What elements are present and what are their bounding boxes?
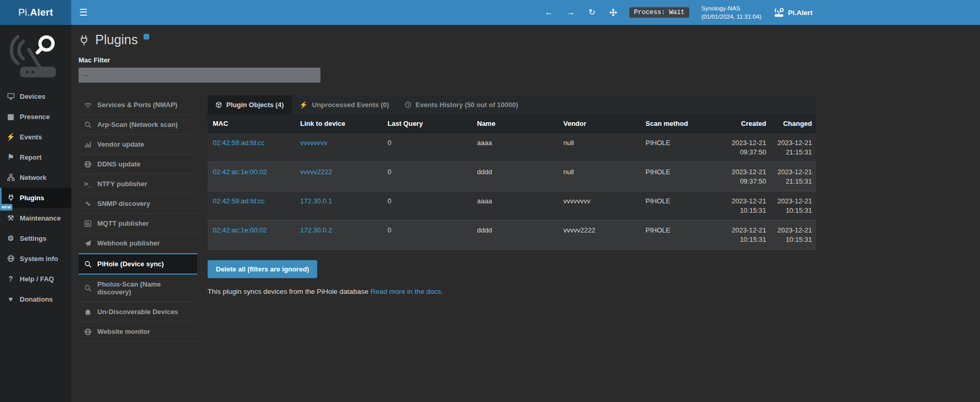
sidebar-item-help-faq[interactable]: ?Help / FAQ bbox=[0, 269, 71, 289]
mac-link[interactable]: 02:42:59:ad:fd:cc bbox=[213, 139, 265, 147]
sidebar-item-report[interactable]: ⚑Report bbox=[0, 147, 71, 167]
title-help-badge[interactable] bbox=[144, 34, 149, 40]
sidebar-item-label: System info bbox=[20, 255, 58, 263]
plugin-nav-label: MQTT publisher bbox=[97, 219, 149, 227]
move-button[interactable] bbox=[609, 8, 617, 17]
tab-label: Plugin Objects (4) bbox=[226, 101, 284, 109]
device-link[interactable]: vvvvv2222 bbox=[300, 168, 332, 176]
device-link[interactable]: 172.30.0.1 bbox=[300, 197, 332, 205]
globe-icon bbox=[84, 328, 92, 335]
question-icon: ? bbox=[6, 275, 15, 282]
sidebar-item-label: Events bbox=[20, 133, 42, 141]
plugin-nav-item-snmp-discovery[interactable]: ∿SNMP discovery bbox=[79, 194, 197, 214]
sidebar-item-label: Devices bbox=[20, 93, 45, 100]
plugin-nav-label: Services & Ports (NMAP) bbox=[97, 101, 177, 109]
tools-icon: ⚒ bbox=[6, 214, 15, 222]
plugin-note: This plugin syncs devices from the PiHol… bbox=[208, 288, 816, 295]
plugin-nav-item-ntfy-publisher[interactable]: >_NTFY publisher bbox=[79, 174, 197, 194]
sidebar-item-devices[interactable]: Devices bbox=[0, 86, 71, 107]
new-badge: NEW bbox=[0, 204, 12, 211]
cell-mac: 02:42:59:ad:fd:cc bbox=[208, 133, 295, 162]
magnifier-icon bbox=[84, 121, 92, 128]
plugin-nav-item-pholus-scan-name-discovery[interactable]: Pholus-Scan (Name discovery) bbox=[79, 275, 197, 302]
sidebar-menu: Devices▦Presence⚡Events⚑ReportNetworkPlu… bbox=[0, 86, 71, 309]
tab-label: Unprocessed Events (0) bbox=[312, 101, 389, 109]
sidebar: Devices▦Presence⚡Events⚑ReportNetworkPlu… bbox=[0, 25, 71, 402]
plugin-objects-table-body: 02:42:59:ad:fd:ccvvvvvvvv0aaaanullPIHOLE… bbox=[208, 133, 816, 250]
column-header-scan-method: Scan method bbox=[640, 114, 723, 133]
refresh-button[interactable]: ↻ bbox=[588, 8, 595, 17]
cell-name: aaaa bbox=[472, 191, 558, 221]
table-row: 02:42:ac:1e:00:02vvvvv22220ddddnullPIHOL… bbox=[208, 162, 816, 191]
table-row: 02:42:59:ad:fd:cc172.30.0.10aaaavvvvvvvv… bbox=[208, 191, 816, 221]
delete-all-button[interactable]: Delete all (filters are ignored) bbox=[208, 260, 317, 278]
sidebar-item-label: Donations bbox=[20, 295, 53, 303]
mac-link[interactable]: 02:42:ac:1e:00:02 bbox=[213, 168, 267, 176]
tab-unprocessed-events-0[interactable]: ⚡Unprocessed Events (0) bbox=[292, 95, 397, 114]
plug-icon bbox=[79, 35, 89, 46]
sidebar-item-presence[interactable]: ▦Presence bbox=[0, 107, 71, 127]
mac-filter-input[interactable] bbox=[79, 68, 320, 83]
paper-plane-icon bbox=[84, 240, 92, 247]
table-row: 02:42:59:ad:fd:ccvvvvvvvv0aaaanullPIHOLE… bbox=[208, 133, 816, 162]
sidebar-item-settings[interactable]: ⚙Settings bbox=[0, 228, 71, 249]
arrow-right-icon: → bbox=[566, 8, 575, 17]
brand-label: Pi.Alert bbox=[788, 9, 813, 17]
docs-link[interactable]: Read more in the docs. bbox=[370, 288, 443, 295]
cell-vendor: vvvvv2222 bbox=[558, 221, 640, 250]
forward-button[interactable]: → bbox=[566, 8, 575, 17]
plugin-nav-item-un-discoverable-devices[interactable]: Un-Discoverable Devices bbox=[79, 302, 197, 322]
plugin-nav-item-services-ports-nmap[interactable]: Services & Ports (NMAP) bbox=[79, 95, 197, 115]
cube-icon bbox=[215, 101, 222, 108]
cell-scan-method: PIHOLE bbox=[640, 191, 723, 221]
logo-text-light: Pi. bbox=[18, 7, 30, 18]
chart-bars-icon bbox=[84, 141, 92, 148]
plugin-nav-item-ddns-update[interactable]: DDNS update bbox=[79, 154, 197, 174]
column-header-created: Created bbox=[723, 114, 770, 133]
plugin-nav-label: Un-Discoverable Devices bbox=[97, 308, 178, 316]
globe-icon bbox=[84, 161, 92, 168]
host-info: Synology-NAS (01/01/2024, 11:31:04) bbox=[701, 4, 762, 21]
plugin-nav-item-arp-scan-network-scan[interactable]: Arp-Scan (Network scan) bbox=[79, 115, 197, 135]
sidebar-item-label: Plugins bbox=[20, 194, 44, 202]
plugin-nav-label: Vendor update bbox=[97, 140, 144, 148]
mac-link[interactable]: 02:42:59:ad:fd:cc bbox=[213, 197, 265, 205]
sidebar-item-label: Network bbox=[20, 174, 46, 181]
sidebar-item-label: Maintenance bbox=[20, 214, 61, 222]
sidebar-item-donations[interactable]: ♥Donations bbox=[0, 289, 71, 309]
cell-created: 2023-12-21 10:15:31 bbox=[723, 191, 770, 221]
plugin-nav-item-website-monitor[interactable]: Website monitor bbox=[79, 322, 197, 342]
plug-icon bbox=[6, 194, 15, 201]
device-link[interactable]: vvvvvvvv bbox=[300, 139, 327, 147]
plugin-nav-item-pihole-device-sync[interactable]: PiHole (Device sync) bbox=[79, 253, 197, 275]
bolt-icon: ⚡ bbox=[6, 133, 15, 140]
process-status-badge: Process: Wait bbox=[629, 7, 690, 18]
move-icon bbox=[609, 8, 617, 17]
plugin-nav-label: Arp-Scan (Network scan) bbox=[97, 121, 178, 128]
back-button[interactable]: ← bbox=[545, 8, 553, 17]
app-logo[interactable]: Pi.Alert bbox=[0, 0, 71, 25]
wave-icon: ∿ bbox=[84, 200, 92, 207]
cell-mac: 02:42:59:ad:fd:cc bbox=[208, 191, 295, 221]
cell-last-query: 0 bbox=[382, 162, 472, 191]
device-link[interactable]: 172.30.0.2 bbox=[300, 226, 332, 234]
plugin-nav-item-webhook-publisher[interactable]: Webhook publisher bbox=[79, 234, 197, 253]
heart-icon: ♥ bbox=[6, 295, 15, 303]
sidebar-item-system-info[interactable]: System info bbox=[0, 249, 71, 269]
sidebar-item-label: Settings bbox=[20, 235, 46, 242]
sidebar-item-maintenance[interactable]: ⚒MaintenanceNEW bbox=[0, 208, 71, 228]
mac-link[interactable]: 02:42:ac:1e:00:02 bbox=[213, 226, 267, 234]
page-title: Plugins bbox=[95, 32, 138, 47]
tab-events-history-50-out-of-10000[interactable]: Events History (50 out of 10000) bbox=[397, 95, 526, 114]
plugin-nav-item-vendor-update[interactable]: Vendor update bbox=[79, 135, 197, 154]
sidebar-item-network[interactable]: Network bbox=[0, 167, 71, 188]
cell-link: vvvvvvvv bbox=[295, 133, 382, 162]
tab-plugin-objects-4[interactable]: Plugin Objects (4) bbox=[208, 95, 292, 114]
sidebar-item-events[interactable]: ⚡Events bbox=[0, 127, 71, 147]
top-header: Pi.Alert ☰ ←→↻ Process: Wait Synology-NA… bbox=[0, 0, 980, 25]
plugin-nav-item-mqtt-publisher[interactable]: MQTT publisher bbox=[79, 214, 197, 234]
sidebar-toggle-button[interactable]: ☰ bbox=[71, 0, 95, 25]
plugin-nav-label: Webhook publisher bbox=[97, 239, 160, 247]
flag-icon: ⚑ bbox=[6, 153, 15, 161]
bolt-icon: ⚡ bbox=[300, 101, 308, 108]
